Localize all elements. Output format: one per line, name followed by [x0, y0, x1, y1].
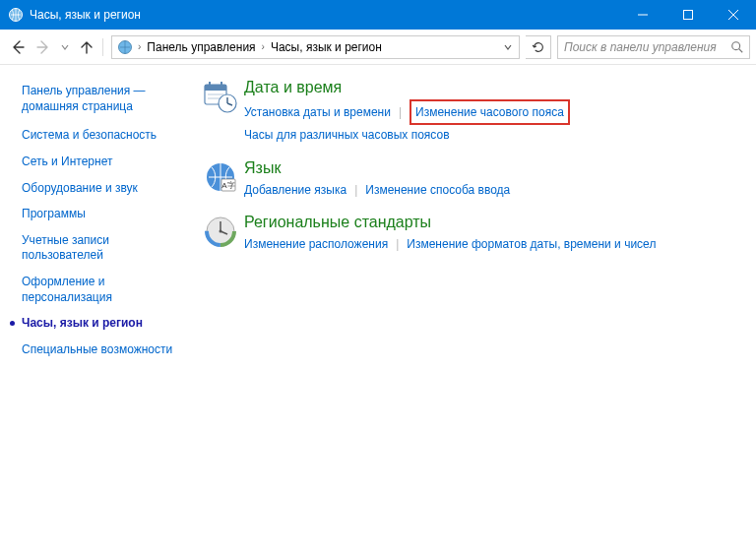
svg-text:A字: A字	[221, 181, 234, 190]
link-change-input-method[interactable]: Изменение способа ввода	[365, 180, 510, 200]
category-date-time: Дата и время Установка даты и времени | …	[203, 79, 742, 146]
highlight-box: Изменение часового пояса	[410, 99, 570, 125]
link-add-language[interactable]: Добавление языка	[244, 180, 346, 200]
breadcrumb-root[interactable]: Панель управления	[143, 40, 259, 54]
link-set-date-time[interactable]: Установка даты и времени	[244, 102, 391, 122]
up-button[interactable]	[75, 35, 98, 59]
svg-point-6	[732, 41, 740, 49]
link-additional-clocks[interactable]: Часы для различных часовых поясов	[244, 125, 450, 145]
forward-button[interactable]	[32, 35, 55, 59]
sidebar-item-hardware-sound[interactable]: Оборудование и звук	[22, 181, 187, 197]
breadcrumb-current[interactable]: Часы, язык и регион	[267, 40, 386, 54]
date-time-icon	[203, 79, 238, 114]
control-panel-icon	[116, 38, 134, 56]
breadcrumb-chevron[interactable]: ›	[136, 41, 143, 52]
address-dropdown[interactable]	[499, 43, 517, 51]
link-change-location[interactable]: Изменение расположения	[244, 234, 388, 254]
maximize-button[interactable]	[665, 0, 711, 30]
separator: |	[396, 234, 399, 254]
svg-rect-2	[684, 11, 693, 20]
address-bar[interactable]: › Панель управления › Часы, язык и регио…	[111, 35, 520, 59]
titlebar: Часы, язык и регион	[0, 0, 756, 30]
main-content: Дата и время Установка даты и времени | …	[197, 65, 756, 556]
category-title-region[interactable]: Региональные стандарты	[244, 214, 742, 231]
window-title: Часы, язык и регион	[30, 8, 620, 22]
category-language: A字 Язык Добавление языка | Изменение спо…	[203, 159, 742, 200]
breadcrumb-chevron[interactable]: ›	[260, 41, 267, 52]
svg-rect-11	[220, 82, 222, 87]
sidebar-item-programs[interactable]: Программы	[22, 207, 187, 222]
language-icon: A字	[203, 159, 238, 195]
refresh-button[interactable]	[526, 35, 551, 59]
control-panel-home-link[interactable]: Панель управления — домашняя страница	[22, 83, 187, 114]
region-icon	[203, 214, 238, 249]
window-controls	[620, 0, 756, 30]
category-title-date-time[interactable]: Дата и время	[244, 79, 742, 96]
sidebar-item-clock-language-region[interactable]: Часы, язык и регион	[22, 316, 187, 332]
sidebar-item-appearance[interactable]: Оформление и персонализация	[22, 275, 187, 305]
link-change-timezone[interactable]: Изменение часового пояса	[415, 105, 564, 119]
sidebar: Панель управления — домашняя страница Си…	[0, 65, 197, 556]
category-title-language[interactable]: Язык	[244, 159, 742, 177]
separator	[102, 38, 103, 56]
window-icon	[8, 7, 24, 23]
category-region: Региональные стандарты Изменение располо…	[203, 214, 742, 254]
sidebar-item-network-internet[interactable]: Сеть и Интернет	[22, 154, 187, 170]
link-change-formats[interactable]: Изменение форматов даты, времени и чисел	[407, 234, 656, 254]
back-button[interactable]	[6, 35, 30, 59]
search-input[interactable]	[558, 40, 725, 54]
svg-line-7	[739, 48, 743, 52]
separator: |	[354, 180, 357, 200]
recent-dropdown[interactable]	[57, 35, 73, 59]
sidebar-item-system-security[interactable]: Система и безопасность	[22, 128, 187, 144]
svg-rect-10	[209, 82, 211, 87]
navbar: › Панель управления › Часы, язык и регио…	[0, 30, 756, 65]
minimize-button[interactable]	[620, 0, 665, 30]
close-button[interactable]	[711, 0, 756, 30]
separator: |	[399, 102, 402, 122]
search-icon[interactable]	[725, 40, 749, 54]
sidebar-item-user-accounts[interactable]: Учетные записи пользователей	[22, 233, 187, 264]
sidebar-item-ease-of-access[interactable]: Специальные возможности	[22, 342, 187, 358]
svg-rect-9	[205, 85, 226, 91]
svg-point-25	[220, 230, 222, 233]
search-box[interactable]	[557, 35, 750, 59]
